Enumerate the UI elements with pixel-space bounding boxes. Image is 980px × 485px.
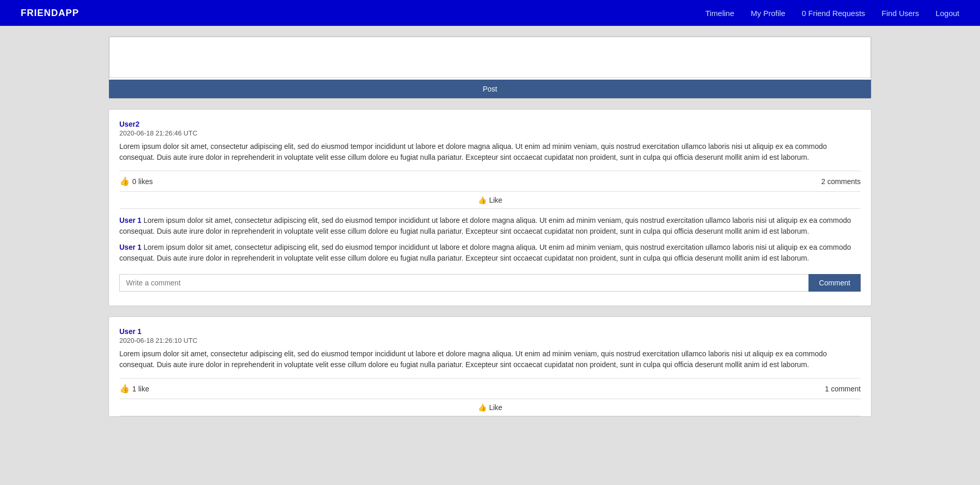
post-timestamp: 2020-06-18 21:26:46 UTC — [119, 129, 861, 137]
post-author[interactable]: User2 — [119, 120, 861, 128]
likes-label: 1 like — [132, 385, 149, 393]
nav-link-logout[interactable]: Logout — [936, 9, 959, 18]
nav-link-timeline[interactable]: Timeline — [705, 9, 734, 18]
nav-link-my-profile[interactable]: My Profile — [751, 9, 785, 18]
nav-item-my-profile[interactable]: My Profile — [751, 9, 785, 18]
interaction-row: 👍 1 like 1 comment — [119, 378, 861, 399]
nav-links: Timeline My Profile 0 Friend Requests Fi… — [705, 9, 959, 18]
nav-item-timeline[interactable]: Timeline — [705, 9, 734, 18]
comment-author[interactable]: User 1 — [119, 216, 142, 224]
main-content: Post User2 2020-06-18 21:26:46 UTC Lorem… — [0, 26, 980, 427]
nav-link-friend-requests[interactable]: 0 Friend Requests — [802, 9, 865, 18]
nav-link-find-users[interactable]: Find Users — [882, 9, 920, 18]
like-thumb-icon: 👍 — [478, 403, 487, 412]
post-button[interactable]: Post — [109, 80, 871, 98]
post-card: User 1 2020-06-18 21:26:10 UTC Lorem ips… — [108, 316, 872, 417]
post-author[interactable]: User 1 — [119, 327, 861, 336]
nav-item-logout[interactable]: Logout — [936, 9, 959, 18]
likes-label: 0 likes — [132, 177, 153, 186]
comment-count: 2 comments — [821, 177, 861, 186]
comment-input-row: Comment — [119, 269, 861, 299]
like-count: 👍 0 likes — [119, 176, 153, 186]
post-body: Lorem ipsum dolor sit amet, consectetur … — [119, 348, 861, 370]
comment-count: 1 comment — [825, 385, 861, 393]
like-button-label: Like — [489, 196, 503, 204]
like-button[interactable]: 👍 Like — [119, 403, 861, 412]
like-button[interactable]: 👍 Like — [119, 196, 861, 204]
interaction-row: 👍 0 likes 2 comments — [119, 171, 861, 191]
comment-button[interactable]: Comment — [808, 274, 861, 292]
thumbs-up-icon: 👍 — [119, 176, 130, 186]
comments-section: User 1 Lorem ipsum dolor sit amet, conse… — [119, 209, 861, 306]
comment-author[interactable]: User 1 — [119, 243, 142, 251]
comment-text: Lorem ipsum dolor sit amet, consectetur … — [119, 216, 851, 235]
comment-text: Lorem ipsum dolor sit amet, consectetur … — [119, 243, 851, 262]
post-timestamp: 2020-06-18 21:26:10 UTC — [119, 337, 861, 344]
navbar: FRIENDAPP Timeline My Profile 0 Friend R… — [0, 0, 980, 26]
like-button-row: 👍 Like — [119, 399, 861, 416]
like-button-row: 👍 Like — [119, 191, 861, 209]
like-button-label: Like — [489, 403, 503, 412]
thumbs-up-icon: 👍 — [119, 384, 130, 393]
comment-input[interactable] — [119, 274, 808, 292]
comment-item: User 1 Lorem ipsum dolor sit amet, conse… — [119, 242, 861, 264]
like-count: 👍 1 like — [119, 384, 149, 393]
nav-item-find-users[interactable]: Find Users — [882, 9, 920, 18]
post-body: Lorem ipsum dolor sit amet, consectetur … — [119, 141, 861, 163]
nav-item-friend-requests[interactable]: 0 Friend Requests — [802, 9, 865, 18]
nav-brand: FRIENDAPP — [21, 8, 79, 19]
post-card: User2 2020-06-18 21:26:46 UTC Lorem ipsu… — [108, 109, 872, 306]
like-thumb-icon: 👍 — [478, 196, 487, 204]
comment-item: User 1 Lorem ipsum dolor sit amet, conse… — [119, 215, 861, 237]
composer-textarea[interactable] — [109, 37, 871, 78]
post-composer: Post — [108, 36, 872, 99]
